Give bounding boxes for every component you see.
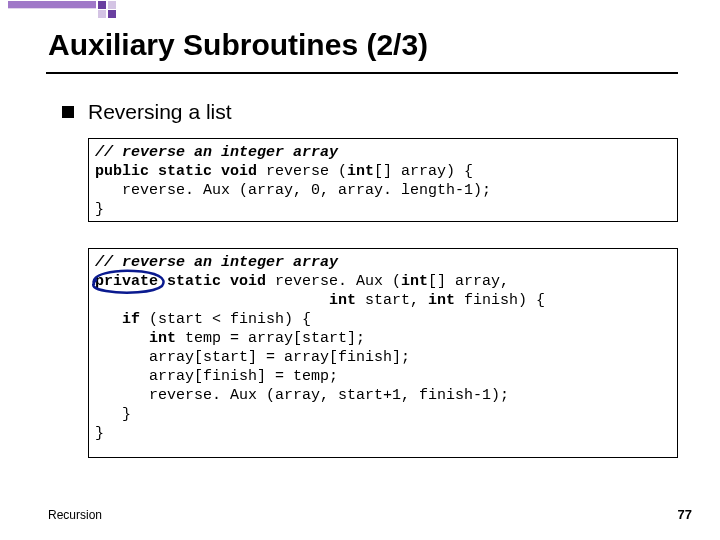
code-text [95,311,122,328]
code-text: reverse ( [257,163,347,180]
code-keyword: private static void [95,273,266,290]
code-text [95,292,329,309]
deco-bar-light [8,8,96,9]
code-text: } [95,425,104,442]
code-keyword: int [149,330,176,347]
code-text: (start < finish) { [140,311,311,328]
slide-decoration [8,1,128,31]
code-keyword: int [401,273,428,290]
code-content-2: // reverse an integer array private stat… [89,249,677,447]
code-box-1: // reverse an integer array public stati… [88,138,678,222]
code-text: reverse. Aux (array, start+1, finish-1); [95,387,509,404]
code-content-1: // reverse an integer array public stati… [89,139,677,223]
code-keyword: if [122,311,140,328]
code-box-2: // reverse an integer array private stat… [88,248,678,458]
code-text: start, [356,292,428,309]
code-comment: // reverse an integer array [95,144,338,161]
code-keyword: int [329,292,356,309]
page-number: 77 [678,507,692,522]
code-comment: // reverse an integer array [95,254,338,271]
title-underline [46,72,678,74]
deco-bar [8,1,96,8]
deco-sq [108,1,116,9]
slide-title: Auxiliary Subroutines (2/3) [48,28,428,62]
bullet-icon [62,106,74,118]
bullet-text: Reversing a list [88,100,232,124]
code-text: reverse. Aux ( [266,273,401,290]
footer-topic: Recursion [48,508,102,522]
code-text: [] array) { [374,163,473,180]
code-text [95,330,149,347]
code-text: array[start] = array[finish]; [95,349,410,366]
deco-sq [98,10,106,18]
code-text: reverse. Aux (array, 0, array. length-1)… [95,182,491,199]
code-text: finish) { [455,292,545,309]
deco-sq [108,10,116,18]
code-keyword: int [428,292,455,309]
code-text: array[finish] = temp; [95,368,338,385]
code-text: } [95,406,131,423]
code-keyword: int [347,163,374,180]
code-text: } [95,201,104,218]
code-text: temp = array[start]; [176,330,365,347]
deco-sq [98,1,106,9]
code-keyword: public static void [95,163,257,180]
code-text: [] array, [428,273,509,290]
